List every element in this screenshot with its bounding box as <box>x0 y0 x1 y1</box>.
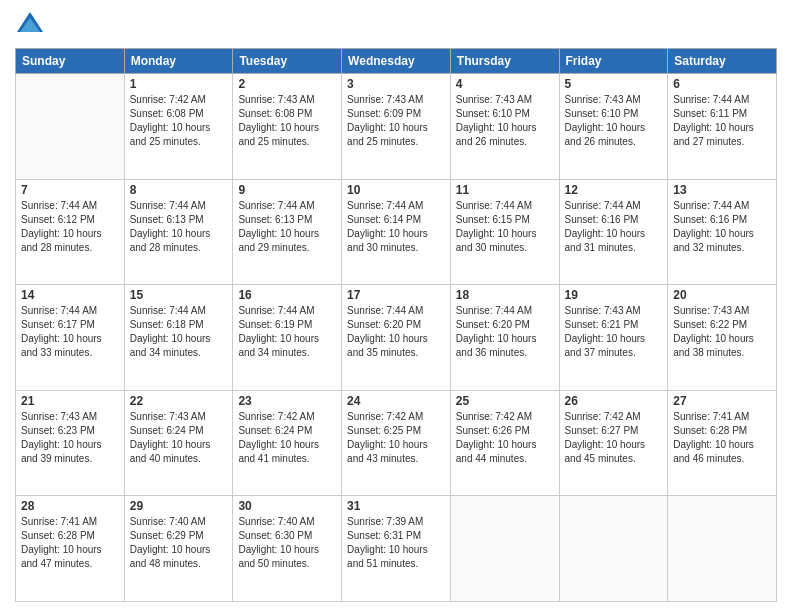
calendar-table: SundayMondayTuesdayWednesdayThursdayFrid… <box>15 48 777 602</box>
calendar-day-cell: 2Sunrise: 7:43 AM Sunset: 6:08 PM Daylig… <box>233 74 342 180</box>
day-number: 2 <box>238 77 336 91</box>
day-number: 25 <box>456 394 554 408</box>
calendar-day-cell: 28Sunrise: 7:41 AM Sunset: 6:28 PM Dayli… <box>16 496 125 602</box>
day-number: 23 <box>238 394 336 408</box>
day-info: Sunrise: 7:44 AM Sunset: 6:18 PM Dayligh… <box>130 304 228 360</box>
day-number: 6 <box>673 77 771 91</box>
calendar-day-cell: 1Sunrise: 7:42 AM Sunset: 6:08 PM Daylig… <box>124 74 233 180</box>
day-number: 20 <box>673 288 771 302</box>
calendar-day-cell <box>559 496 668 602</box>
calendar-day-cell <box>16 74 125 180</box>
day-info: Sunrise: 7:43 AM Sunset: 6:10 PM Dayligh… <box>456 93 554 149</box>
day-info: Sunrise: 7:44 AM Sunset: 6:13 PM Dayligh… <box>238 199 336 255</box>
calendar-week-row: 1Sunrise: 7:42 AM Sunset: 6:08 PM Daylig… <box>16 74 777 180</box>
calendar-day-cell: 8Sunrise: 7:44 AM Sunset: 6:13 PM Daylig… <box>124 179 233 285</box>
logo-icon <box>15 10 45 40</box>
day-info: Sunrise: 7:43 AM Sunset: 6:08 PM Dayligh… <box>238 93 336 149</box>
day-number: 18 <box>456 288 554 302</box>
day-info: Sunrise: 7:44 AM Sunset: 6:12 PM Dayligh… <box>21 199 119 255</box>
day-info: Sunrise: 7:43 AM Sunset: 6:23 PM Dayligh… <box>21 410 119 466</box>
day-info: Sunrise: 7:44 AM Sunset: 6:16 PM Dayligh… <box>565 199 663 255</box>
calendar-day-cell: 18Sunrise: 7:44 AM Sunset: 6:20 PM Dayli… <box>450 285 559 391</box>
day-info: Sunrise: 7:44 AM Sunset: 6:11 PM Dayligh… <box>673 93 771 149</box>
day-of-week-header: Thursday <box>450 49 559 74</box>
day-of-week-header: Wednesday <box>342 49 451 74</box>
day-of-week-header: Sunday <box>16 49 125 74</box>
day-number: 15 <box>130 288 228 302</box>
day-info: Sunrise: 7:42 AM Sunset: 6:24 PM Dayligh… <box>238 410 336 466</box>
page: SundayMondayTuesdayWednesdayThursdayFrid… <box>0 0 792 612</box>
day-number: 5 <box>565 77 663 91</box>
day-number: 16 <box>238 288 336 302</box>
day-info: Sunrise: 7:44 AM Sunset: 6:19 PM Dayligh… <box>238 304 336 360</box>
day-info: Sunrise: 7:44 AM Sunset: 6:20 PM Dayligh… <box>456 304 554 360</box>
day-info: Sunrise: 7:41 AM Sunset: 6:28 PM Dayligh… <box>673 410 771 466</box>
day-info: Sunrise: 7:42 AM Sunset: 6:08 PM Dayligh… <box>130 93 228 149</box>
day-number: 17 <box>347 288 445 302</box>
calendar-day-cell: 13Sunrise: 7:44 AM Sunset: 6:16 PM Dayli… <box>668 179 777 285</box>
day-number: 12 <box>565 183 663 197</box>
day-info: Sunrise: 7:43 AM Sunset: 6:10 PM Dayligh… <box>565 93 663 149</box>
calendar-week-row: 21Sunrise: 7:43 AM Sunset: 6:23 PM Dayli… <box>16 390 777 496</box>
calendar-day-cell: 20Sunrise: 7:43 AM Sunset: 6:22 PM Dayli… <box>668 285 777 391</box>
day-info: Sunrise: 7:43 AM Sunset: 6:09 PM Dayligh… <box>347 93 445 149</box>
day-info: Sunrise: 7:44 AM Sunset: 6:20 PM Dayligh… <box>347 304 445 360</box>
day-info: Sunrise: 7:44 AM Sunset: 6:14 PM Dayligh… <box>347 199 445 255</box>
calendar-day-cell: 19Sunrise: 7:43 AM Sunset: 6:21 PM Dayli… <box>559 285 668 391</box>
calendar-day-cell: 27Sunrise: 7:41 AM Sunset: 6:28 PM Dayli… <box>668 390 777 496</box>
day-info: Sunrise: 7:43 AM Sunset: 6:22 PM Dayligh… <box>673 304 771 360</box>
day-number: 14 <box>21 288 119 302</box>
calendar-week-row: 14Sunrise: 7:44 AM Sunset: 6:17 PM Dayli… <box>16 285 777 391</box>
calendar-day-cell: 21Sunrise: 7:43 AM Sunset: 6:23 PM Dayli… <box>16 390 125 496</box>
day-number: 29 <box>130 499 228 513</box>
day-number: 27 <box>673 394 771 408</box>
calendar-day-cell: 24Sunrise: 7:42 AM Sunset: 6:25 PM Dayli… <box>342 390 451 496</box>
calendar-day-cell: 6Sunrise: 7:44 AM Sunset: 6:11 PM Daylig… <box>668 74 777 180</box>
day-number: 24 <box>347 394 445 408</box>
calendar-day-cell: 23Sunrise: 7:42 AM Sunset: 6:24 PM Dayli… <box>233 390 342 496</box>
calendar-day-cell <box>450 496 559 602</box>
day-number: 31 <box>347 499 445 513</box>
calendar-day-cell: 9Sunrise: 7:44 AM Sunset: 6:13 PM Daylig… <box>233 179 342 285</box>
day-number: 4 <box>456 77 554 91</box>
calendar-day-cell: 15Sunrise: 7:44 AM Sunset: 6:18 PM Dayli… <box>124 285 233 391</box>
calendar-day-cell: 25Sunrise: 7:42 AM Sunset: 6:26 PM Dayli… <box>450 390 559 496</box>
day-info: Sunrise: 7:42 AM Sunset: 6:26 PM Dayligh… <box>456 410 554 466</box>
calendar-day-cell: 5Sunrise: 7:43 AM Sunset: 6:10 PM Daylig… <box>559 74 668 180</box>
calendar-day-cell: 29Sunrise: 7:40 AM Sunset: 6:29 PM Dayli… <box>124 496 233 602</box>
calendar-day-cell: 22Sunrise: 7:43 AM Sunset: 6:24 PM Dayli… <box>124 390 233 496</box>
day-of-week-header: Monday <box>124 49 233 74</box>
day-number: 26 <box>565 394 663 408</box>
day-info: Sunrise: 7:44 AM Sunset: 6:17 PM Dayligh… <box>21 304 119 360</box>
day-number: 1 <box>130 77 228 91</box>
day-info: Sunrise: 7:44 AM Sunset: 6:16 PM Dayligh… <box>673 199 771 255</box>
header <box>15 10 777 40</box>
day-number: 7 <box>21 183 119 197</box>
day-number: 30 <box>238 499 336 513</box>
day-info: Sunrise: 7:40 AM Sunset: 6:29 PM Dayligh… <box>130 515 228 571</box>
calendar-day-cell: 14Sunrise: 7:44 AM Sunset: 6:17 PM Dayli… <box>16 285 125 391</box>
day-number: 10 <box>347 183 445 197</box>
calendar-day-cell: 10Sunrise: 7:44 AM Sunset: 6:14 PM Dayli… <box>342 179 451 285</box>
day-info: Sunrise: 7:41 AM Sunset: 6:28 PM Dayligh… <box>21 515 119 571</box>
day-of-week-header: Saturday <box>668 49 777 74</box>
day-number: 13 <box>673 183 771 197</box>
calendar-day-cell: 3Sunrise: 7:43 AM Sunset: 6:09 PM Daylig… <box>342 74 451 180</box>
calendar-header-row: SundayMondayTuesdayWednesdayThursdayFrid… <box>16 49 777 74</box>
calendar-day-cell: 12Sunrise: 7:44 AM Sunset: 6:16 PM Dayli… <box>559 179 668 285</box>
day-number: 28 <box>21 499 119 513</box>
day-number: 11 <box>456 183 554 197</box>
calendar-day-cell: 17Sunrise: 7:44 AM Sunset: 6:20 PM Dayli… <box>342 285 451 391</box>
day-info: Sunrise: 7:43 AM Sunset: 6:24 PM Dayligh… <box>130 410 228 466</box>
day-info: Sunrise: 7:44 AM Sunset: 6:15 PM Dayligh… <box>456 199 554 255</box>
day-number: 22 <box>130 394 228 408</box>
calendar-week-row: 28Sunrise: 7:41 AM Sunset: 6:28 PM Dayli… <box>16 496 777 602</box>
day-info: Sunrise: 7:43 AM Sunset: 6:21 PM Dayligh… <box>565 304 663 360</box>
day-info: Sunrise: 7:40 AM Sunset: 6:30 PM Dayligh… <box>238 515 336 571</box>
calendar-day-cell: 31Sunrise: 7:39 AM Sunset: 6:31 PM Dayli… <box>342 496 451 602</box>
day-info: Sunrise: 7:42 AM Sunset: 6:25 PM Dayligh… <box>347 410 445 466</box>
day-info: Sunrise: 7:42 AM Sunset: 6:27 PM Dayligh… <box>565 410 663 466</box>
calendar-day-cell: 26Sunrise: 7:42 AM Sunset: 6:27 PM Dayli… <box>559 390 668 496</box>
calendar-day-cell: 7Sunrise: 7:44 AM Sunset: 6:12 PM Daylig… <box>16 179 125 285</box>
day-number: 21 <box>21 394 119 408</box>
